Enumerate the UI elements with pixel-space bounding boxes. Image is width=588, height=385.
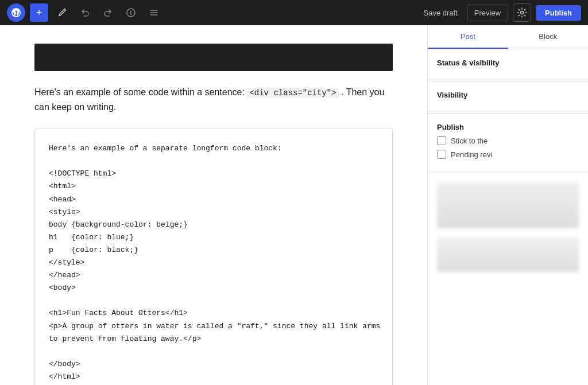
list-view-button[interactable] [145,3,163,22]
stick-to-top-checkbox[interactable] [437,136,446,145]
blurred-section-2 [437,238,579,272]
inline-code: <div class="city"> [247,88,338,98]
status-visibility-section: Status & visibility [428,49,588,81]
add-block-button[interactable]: + [30,3,48,22]
pending-review-checkbox[interactable] [437,150,446,159]
editor-area: Here's an example of some code within a … [0,25,427,385]
pending-review-row: Pending revi [437,150,579,159]
info-button[interactable] [122,3,140,22]
blurred-section-1 [437,182,579,228]
save-draft-button[interactable]: Save draft [419,5,462,21]
publish-title: Publish [437,123,579,131]
wp-logo[interactable] [7,3,25,22]
visibility-title: Visibility [437,91,579,99]
sidebar-tabs: Post Block [428,25,588,49]
tab-block[interactable]: Block [508,25,589,49]
dark-banner [34,44,393,71]
preview-button[interactable]: Preview [467,5,508,21]
visibility-section: Visibility [428,81,588,114]
svg-point-1 [521,11,524,14]
stick-to-top-row: Stick to the [437,136,579,145]
status-visibility-title: Status & visibility [437,59,579,67]
settings-button[interactable] [513,3,531,22]
inline-text-block[interactable]: Here's an example of some code within a … [34,85,393,114]
main-layout: Here's an example of some code within a … [0,25,588,385]
undo-button[interactable] [76,3,94,22]
inline-text-before: Here's an example of some code within a … [34,87,247,97]
stick-to-top-label: Stick to the [451,137,488,145]
edit-tool-button[interactable] [53,3,71,22]
top-toolbar: + Save draft Preview [0,0,588,25]
publish-section: Publish Stick to the Pending revi [428,114,588,173]
pending-review-label: Pending revi [451,150,492,159]
sidebar: Post Block Status & visibility Visibilit… [427,25,588,385]
tab-post[interactable]: Post [428,25,508,49]
publish-button[interactable]: Publish [536,5,581,21]
code-block[interactable]: Here's an example of a separate longform… [34,128,393,385]
redo-button[interactable] [99,3,117,22]
